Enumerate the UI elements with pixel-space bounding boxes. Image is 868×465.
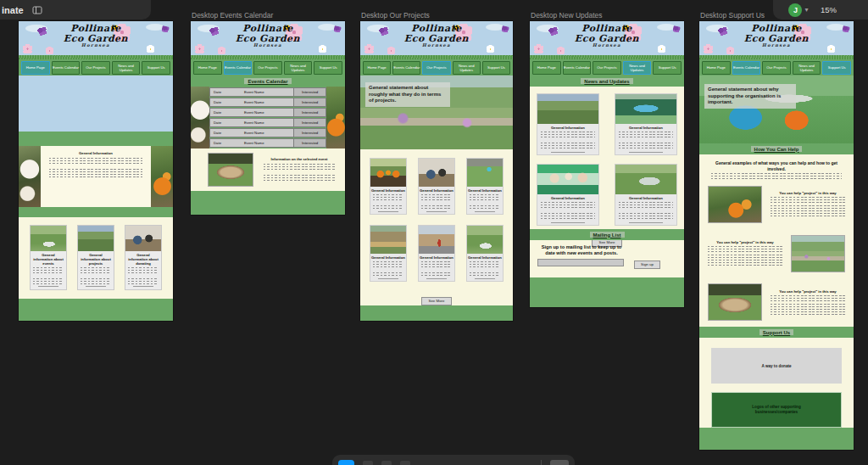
- nav-support-us[interactable]: Support Us: [482, 61, 510, 75]
- interested-button[interactable]: Interested: [293, 88, 326, 96]
- nav-events-calendar[interactable]: Events Calendar: [392, 61, 420, 75]
- news-cards-section: General Information General Information …: [530, 87, 684, 229]
- news-card[interactable]: General Information: [537, 164, 599, 226]
- nav-home-page[interactable]: Home Page: [702, 61, 731, 75]
- event-name: Event Name: [239, 129, 293, 137]
- info-card-donating[interactable]: General information about donating: [125, 225, 162, 290]
- frame-label-updates[interactable]: Desktop New Updates: [531, 11, 603, 20]
- support-intro: General examples of what ways you can he…: [699, 154, 854, 180]
- card-photo: [537, 94, 598, 124]
- card-photo: [78, 226, 114, 251]
- site-nav: Home Page Events Calendar Our Projects N…: [191, 59, 345, 76]
- interested-button[interactable]: Interested: [293, 139, 326, 147]
- nav-our-projects[interactable]: Our Projects: [81, 61, 110, 75]
- see-more-button[interactable]: See More: [421, 297, 451, 305]
- nav-support-us[interactable]: Support Us: [822, 61, 851, 75]
- nav-events-calendar[interactable]: Events Calendar: [52, 61, 81, 75]
- frame-label-events[interactable]: Desktop Events Calendar: [192, 11, 273, 20]
- pumpkin-photo: [326, 87, 345, 148]
- text-tool-button[interactable]: [400, 461, 410, 465]
- nav-support-us[interactable]: Support Us: [142, 61, 170, 75]
- project-card[interactable]: General Information: [418, 158, 455, 215]
- event-row[interactable]: Date Event Name Interested: [209, 118, 326, 127]
- support-statement: General statement about why supporting t…: [704, 84, 796, 109]
- info-card-events[interactable]: General information about events: [30, 225, 67, 290]
- card-photo: [370, 159, 406, 187]
- frame-label-projects[interactable]: Desktop Our Projects: [361, 11, 430, 20]
- interested-button[interactable]: Interested: [293, 119, 326, 126]
- event-detail-section: Information on the selected event: [191, 148, 345, 191]
- interested-button[interactable]: Interested: [293, 98, 326, 106]
- move-tool-button[interactable]: [338, 460, 354, 465]
- nav-news-and-updates[interactable]: News and Updates: [623, 61, 652, 75]
- nav-home-page[interactable]: Home Page: [21, 61, 50, 75]
- project-card[interactable]: General Information: [418, 225, 455, 282]
- shape-tool-button[interactable]: [381, 461, 392, 465]
- projects-hero-photo: General statement about roughly what the…: [360, 76, 513, 149]
- event-row[interactable]: Date Event Name Interested: [209, 138, 326, 148]
- email-input[interactable]: [537, 259, 624, 266]
- card-photo: [537, 165, 598, 194]
- nav-events-calendar[interactable]: Events Calendar: [224, 61, 253, 75]
- support-hero-photo: General statement about why supporting t…: [699, 76, 854, 143]
- card-footer-line: [551, 222, 585, 223]
- frame-home-page[interactable]: Pollinate Eco Garden Hornsea Home Page E…: [19, 21, 173, 321]
- nav-our-projects[interactable]: Our Projects: [593, 61, 621, 75]
- nav-home-page[interactable]: Home Page: [193, 61, 222, 75]
- site-header: Pollinate Eco Garden Hornsea: [530, 21, 684, 59]
- toolbar-zoom-chip[interactable]: 15%: [815, 0, 868, 20]
- nav-news-and-updates[interactable]: News and Updates: [793, 61, 821, 75]
- toolbar-project-chip: inate: [0, 0, 151, 20]
- support-row: You can help "project" in this way: [699, 229, 854, 278]
- project-card[interactable]: General Information: [370, 225, 407, 282]
- donate-box[interactable]: A way to donate: [711, 348, 842, 384]
- grass-strip: [360, 55, 513, 59]
- actions-button[interactable]: [550, 460, 569, 465]
- news-card[interactable]: General Information: [615, 164, 677, 226]
- frame-our-projects[interactable]: Pollinate Eco Garden Hornsea Home Page E…: [360, 21, 513, 321]
- event-row[interactable]: Date Event Name Interested: [209, 87, 326, 97]
- nav-events-calendar[interactable]: Events Calendar: [732, 61, 761, 75]
- info-card-projects[interactable]: General information about projects: [77, 225, 114, 290]
- nav-our-projects[interactable]: Our Projects: [253, 61, 282, 75]
- frame-events-calendar[interactable]: Pollinate Eco Garden Hornsea Home Page E…: [191, 21, 345, 215]
- events-heading-bar: Events Calendar: [191, 76, 345, 87]
- nav-news-and-updates[interactable]: News and Updates: [112, 61, 141, 75]
- event-row[interactable]: Date Event Name Interested: [209, 108, 326, 117]
- news-card[interactable]: General Information: [537, 93, 599, 155]
- placeholder-text-lines: [470, 261, 500, 277]
- site-nav: Home Page Events Calendar Our Projects N…: [19, 59, 173, 76]
- placeholder-text-lines: [771, 197, 845, 217]
- interested-button[interactable]: Interested: [293, 109, 326, 116]
- general-info-panel: General Information: [41, 146, 151, 207]
- event-row[interactable]: Date Event Name Interested: [209, 98, 326, 107]
- frame-tool-button[interactable]: [363, 461, 373, 465]
- nav-home-page[interactable]: Home Page: [532, 61, 561, 75]
- nav-support-us[interactable]: Support Us: [653, 61, 682, 75]
- frame-news-updates[interactable]: Pollinate Eco Garden Hornsea Home Page E…: [530, 21, 684, 307]
- layout-grid-icon[interactable]: [32, 5, 42, 15]
- avatar[interactable]: J: [788, 3, 802, 17]
- nav-news-and-updates[interactable]: News and Updates: [453, 61, 481, 75]
- nav-our-projects[interactable]: Our Projects: [422, 61, 450, 75]
- sign-up-button[interactable]: Sign up: [634, 261, 660, 269]
- project-name[interactable]: inate: [2, 5, 24, 15]
- frame-support-us[interactable]: Pollinate Eco Garden Hornsea Home Page E…: [699, 21, 854, 450]
- nav-our-projects[interactable]: Our Projects: [762, 61, 791, 75]
- nav-home-page[interactable]: Home Page: [363, 61, 391, 75]
- event-row[interactable]: Date Event Name Interested: [209, 128, 326, 137]
- nav-events-calendar[interactable]: Events Calendar: [563, 61, 592, 75]
- chevron-down-icon[interactable]: ▾: [804, 6, 808, 14]
- placeholder-text-lines: [373, 194, 403, 210]
- frame-label-support[interactable]: Desktop Support Us: [700, 11, 765, 20]
- project-card[interactable]: General Information: [466, 158, 504, 215]
- project-card[interactable]: General Information: [370, 158, 407, 215]
- interested-button[interactable]: Interested: [293, 129, 326, 137]
- nav-support-us[interactable]: Support Us: [314, 61, 342, 75]
- placeholder-text-lines: [33, 267, 64, 284]
- nav-news-and-updates[interactable]: News and Updates: [284, 61, 313, 75]
- news-card[interactable]: General Information: [615, 93, 677, 155]
- card-photo: [419, 226, 454, 254]
- project-card[interactable]: General Information: [466, 225, 504, 282]
- news-heading-bar: News and Updates: [530, 76, 684, 87]
